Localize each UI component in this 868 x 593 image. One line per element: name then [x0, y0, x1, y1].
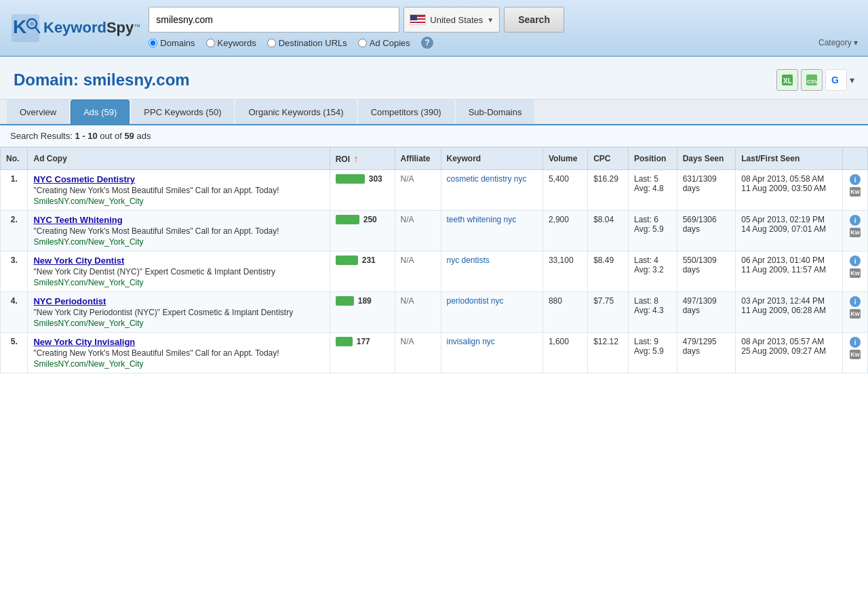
export-google-button[interactable]: G: [825, 69, 847, 91]
help-icon[interactable]: ?: [421, 37, 433, 49]
tab-ppc-keywords[interactable]: PPC Keywords (50): [131, 100, 234, 124]
ad-title-link[interactable]: NYC Periodontist: [33, 296, 323, 306]
cell-actions: i Kw: [843, 211, 868, 251]
cell-position: Last: 5 Avg: 4.8: [628, 170, 677, 211]
position-avg: Avg: 4.8: [634, 184, 671, 193]
ad-url-link[interactable]: SmilesNY.com/New_York_City: [33, 319, 323, 328]
domain-value: smilesny.com: [83, 70, 190, 89]
cell-position: Last: 4 Avg: 3.2: [628, 251, 677, 292]
radio-ad-copies[interactable]: Ad Copies: [358, 38, 410, 48]
ad-title-link[interactable]: New York City Invisalign: [33, 337, 323, 347]
cell-affiliate: N/A: [395, 333, 441, 373]
cell-keyword: teeth whitening nyc: [441, 211, 542, 251]
search-button[interactable]: Search: [504, 7, 564, 33]
svg-point-4: [30, 22, 34, 26]
radio-keywords[interactable]: Keywords: [206, 38, 256, 48]
export-excel-button[interactable]: XL: [776, 69, 798, 91]
keyword-link[interactable]: invisalign nyc: [447, 337, 495, 346]
ad-title-link[interactable]: NYC Cosmetic Dentistry: [33, 174, 323, 184]
roi-value: 231: [362, 255, 376, 265]
tab-sub-domains[interactable]: Sub-Domains: [456, 100, 535, 124]
cell-no: 5.: [1, 333, 28, 373]
days-ratio: 550/1309: [683, 255, 730, 265]
cell-last-first-seen: 08 Apr 2013, 05:58 AM 11 Aug 2009, 03:50…: [736, 170, 843, 211]
country-name: United States: [430, 15, 483, 25]
cell-roi: 250: [330, 211, 395, 251]
header: K KeywordSpy™ United States ▼ Search Dom…: [0, 0, 868, 57]
ad-description: "Creating New York's Most Beautiful Smil…: [33, 348, 323, 358]
cell-actions: i Kw: [843, 251, 868, 292]
roi-bar: [336, 255, 358, 265]
cell-days-seen: 631/1309 days: [677, 170, 736, 211]
logo-text: KeywordSpy™: [43, 19, 140, 37]
tabs: Overview Ads (59) PPC Keywords (50) Orga…: [0, 100, 868, 125]
country-selector[interactable]: United States ▼: [403, 7, 500, 33]
radio-destination-urls[interactable]: Destination URLs: [267, 38, 347, 48]
info-icon[interactable]: i: [850, 337, 861, 348]
search-input[interactable]: [149, 7, 399, 33]
col-actions: [843, 148, 868, 170]
col-volume: Volume: [542, 148, 587, 170]
tab-ads[interactable]: Ads (59): [71, 100, 130, 124]
info-icon[interactable]: i: [850, 215, 861, 226]
position-avg: Avg: 5.9: [634, 346, 671, 356]
keyword-icon[interactable]: Kw: [850, 228, 861, 237]
col-ad-copy: Ad Copy: [28, 148, 330, 170]
cell-ad-copy: NYC Teeth Whitening "Creating New York's…: [28, 211, 330, 251]
keyword-link[interactable]: cosmetic dentistry nyc: [447, 174, 527, 184]
days-label: days: [683, 306, 730, 315]
cell-volume: 33,100: [542, 251, 587, 292]
info-icon[interactable]: i: [850, 296, 861, 307]
cell-actions: i Kw: [843, 170, 868, 211]
col-roi[interactable]: ROI ↑: [330, 148, 395, 170]
keyword-icon[interactable]: Kw: [850, 268, 861, 278]
last-seen-date: 08 Apr 2013, 05:57 AM: [741, 337, 837, 346]
keyword-icon[interactable]: Kw: [850, 309, 861, 319]
position-last: Last: 5: [634, 174, 671, 184]
radio-domains[interactable]: Domains: [149, 38, 195, 48]
cell-volume: 5,400: [542, 170, 587, 211]
first-seen-date: 11 Aug 2009, 03:50 AM: [741, 184, 837, 193]
table-row: 3. New York City Dentist "New York City …: [1, 251, 868, 292]
cell-days-seen: 497/1309 days: [677, 292, 736, 333]
ad-description: "New York City Periodontist (NYC)" Exper…: [33, 308, 323, 317]
ad-url-link[interactable]: SmilesNY.com/New_York_City: [33, 359, 323, 369]
cell-actions: i Kw: [843, 333, 868, 373]
days-ratio: 479/1295: [683, 337, 730, 346]
days-label: days: [683, 224, 730, 234]
info-icon[interactable]: i: [850, 174, 861, 185]
cell-keyword: cosmetic dentistry nyc: [441, 170, 542, 211]
ad-title-link[interactable]: NYC Teeth Whitening: [33, 215, 323, 225]
days-label: days: [683, 184, 730, 193]
ad-title-link[interactable]: New York City Dentist: [33, 255, 323, 266]
tab-overview[interactable]: Overview: [7, 100, 69, 124]
chevron-down-icon: ▼: [487, 16, 494, 24]
ad-url-link[interactable]: SmilesNY.com/New_York_City: [33, 278, 323, 287]
export-chevron[interactable]: ▾: [850, 75, 854, 85]
position-avg: Avg: 4.3: [634, 306, 671, 315]
ad-url-link[interactable]: SmilesNY.com/New_York_City: [33, 237, 323, 247]
cell-last-first-seen: 06 Apr 2013, 01:40 PM 11 Aug 2009, 11:57…: [736, 251, 843, 292]
last-seen-date: 08 Apr 2013, 05:58 AM: [741, 174, 837, 184]
tab-competitors[interactable]: Competitors (390): [358, 100, 454, 124]
category-button[interactable]: Category ▾: [818, 38, 858, 47]
keyword-link[interactable]: nyc dentists: [447, 255, 490, 265]
keyword-link[interactable]: teeth whitening nyc: [447, 215, 517, 224]
cell-keyword: periodontist nyc: [441, 292, 542, 333]
results-text: Search Results: 1 - 10 out of 59 ads: [10, 131, 151, 141]
position-avg: Avg: 3.2: [634, 265, 671, 274]
info-icon[interactable]: i: [850, 255, 861, 266]
keyword-link[interactable]: periodontist nyc: [447, 296, 504, 306]
export-csv-button[interactable]: CSV: [801, 69, 823, 91]
keyword-icon[interactable]: Kw: [850, 187, 861, 197]
results-bar: Search Results: 1 - 10 out of 59 ads: [0, 125, 868, 147]
roi-value: 250: [363, 215, 377, 224]
keyword-icon[interactable]: Kw: [850, 350, 861, 359]
last-seen-date: 06 Apr 2013, 01:40 PM: [741, 255, 837, 265]
ad-url-link[interactable]: SmilesNY.com/New_York_City: [33, 197, 323, 206]
cell-position: Last: 9 Avg: 5.9: [628, 333, 677, 373]
tab-organic-keywords[interactable]: Organic Keywords (154): [235, 100, 356, 124]
domain-title: Domain: smilesny.com: [14, 70, 190, 89]
cell-cpc: $8.49: [588, 251, 629, 292]
col-position: Position: [628, 148, 677, 170]
